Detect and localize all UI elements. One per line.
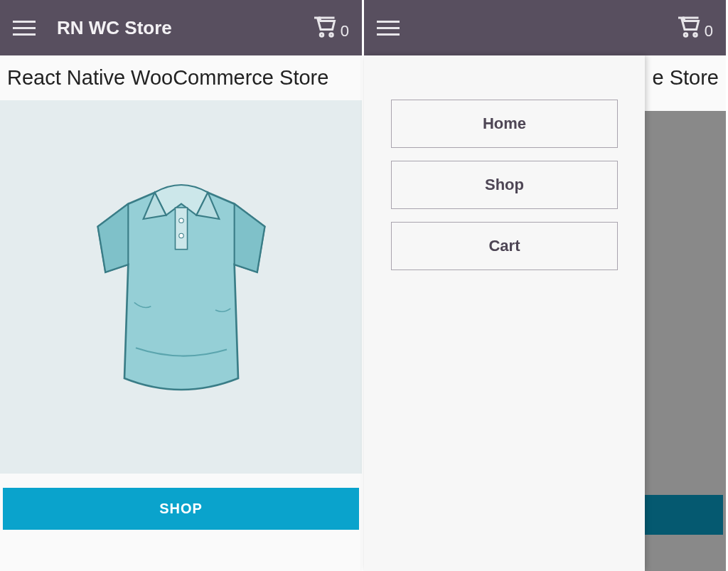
drawer-item-shop[interactable]: Shop <box>391 161 618 209</box>
cart-count: 0 <box>705 22 713 42</box>
svg-rect-2 <box>175 208 187 250</box>
drawer-item-cart[interactable]: Cart <box>391 222 618 270</box>
nav-drawer: Home Shop Cart <box>364 55 645 571</box>
shop-button[interactable]: SHOP <box>3 488 359 530</box>
drawer-item-home[interactable]: Home <box>391 100 618 148</box>
svg-point-1 <box>330 33 333 37</box>
cart-button[interactable]: 0 <box>676 14 713 42</box>
product-image <box>0 100 362 474</box>
screen-drawer-open: 0 e Store Home Shop Cart <box>364 0 728 571</box>
page-title: React Native WooCommerce Store <box>0 55 362 100</box>
svg-point-0 <box>320 33 323 37</box>
shirt-illustration <box>68 145 295 429</box>
svg-point-4 <box>178 233 183 238</box>
menu-icon[interactable] <box>377 15 402 41</box>
app-header: 0 <box>364 0 726 55</box>
screen-home: RN WC Store 0 React Native WooCommerce S… <box>0 0 364 571</box>
svg-point-5 <box>684 33 687 37</box>
header-title: RN WC Store <box>57 17 312 39</box>
menu-icon[interactable] <box>13 15 38 41</box>
cart-icon <box>312 14 338 42</box>
cart-count: 0 <box>341 22 349 42</box>
cart-icon <box>676 14 702 42</box>
svg-point-6 <box>694 33 697 37</box>
cart-button[interactable]: 0 <box>312 14 349 42</box>
svg-point-3 <box>178 218 183 222</box>
app-header: RN WC Store 0 <box>0 0 362 55</box>
page-title-peek: e Store <box>653 66 719 90</box>
